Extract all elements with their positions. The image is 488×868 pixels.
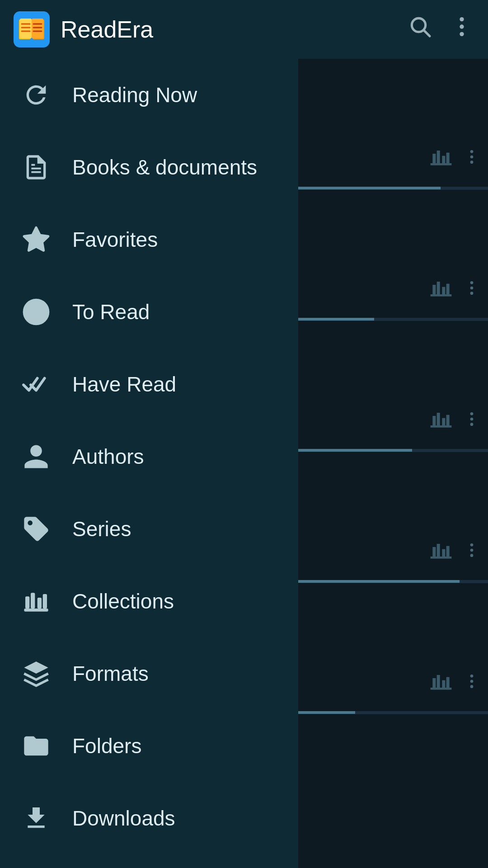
svg-point-47: [470, 554, 474, 557]
svg-rect-65: [43, 594, 47, 609]
nav-item-formats[interactable]: Formats: [0, 637, 298, 710]
person-icon: [18, 439, 54, 475]
topbar: ReadEra: [0, 0, 488, 59]
svg-rect-48: [431, 688, 452, 690]
more-icon[interactable]: [463, 279, 481, 299]
clock-icon: [18, 294, 54, 330]
svg-rect-50: [437, 675, 440, 688]
svg-point-55: [470, 685, 474, 688]
svg-rect-41: [432, 547, 436, 557]
nav-item-have-read[interactable]: Have Read: [0, 348, 298, 420]
nav-drawer: Reading Now Books & documents Favorites: [0, 59, 298, 868]
document-icon: [18, 149, 54, 185]
nav-label-have-read: Have Read: [72, 372, 176, 396]
svg-rect-44: [446, 546, 450, 557]
nav-item-to-read[interactable]: To Read: [0, 276, 298, 348]
svg-point-13: [460, 17, 464, 21]
svg-rect-17: [432, 154, 436, 163]
nav-label-authors: Authors: [72, 444, 144, 469]
svg-point-37: [470, 412, 474, 415]
svg-rect-4: [32, 19, 43, 38]
app-title: ReadEra: [61, 16, 408, 43]
double-check-icon: [18, 366, 54, 402]
svg-rect-27: [442, 287, 445, 294]
svg-point-21: [470, 150, 474, 153]
svg-rect-62: [25, 596, 29, 609]
svg-point-30: [470, 287, 474, 290]
svg-point-31: [470, 292, 474, 295]
svg-rect-20: [446, 153, 450, 163]
app-logo: [14, 11, 50, 47]
svg-line-12: [424, 30, 430, 36]
download-icon: [18, 800, 54, 836]
book-row: [298, 583, 488, 714]
nav-label-reading-now: Reading Now: [72, 83, 197, 107]
svg-point-29: [470, 281, 474, 284]
nav-label-series: Series: [72, 517, 131, 541]
folder-icon: [18, 728, 54, 764]
svg-point-38: [470, 418, 474, 421]
svg-rect-63: [31, 593, 35, 609]
tag-icon: [18, 511, 54, 547]
svg-point-14: [460, 24, 464, 28]
svg-rect-43: [442, 549, 445, 557]
book-row: [298, 190, 488, 321]
svg-rect-26: [437, 282, 440, 294]
svg-rect-28: [446, 284, 450, 294]
nav-label-books-documents: Books & documents: [72, 155, 257, 179]
svg-point-54: [470, 680, 474, 683]
svg-rect-25: [432, 285, 436, 294]
nav-label-collections: Collections: [72, 589, 174, 613]
shelf-icon[interactable]: [428, 406, 454, 434]
more-icon[interactable]: [463, 541, 481, 561]
layers-icon: [18, 656, 54, 692]
library-icon: [18, 583, 54, 619]
more-options-icon[interactable]: [449, 14, 474, 45]
svg-rect-33: [432, 416, 436, 425]
nav-item-favorites[interactable]: Favorites: [0, 203, 298, 276]
more-icon[interactable]: [463, 410, 481, 430]
svg-rect-35: [442, 418, 445, 425]
svg-rect-42: [437, 544, 440, 557]
shelf-icon[interactable]: [428, 275, 454, 302]
svg-marker-66: [24, 661, 48, 674]
nav-item-books-documents[interactable]: Books & documents: [0, 131, 298, 203]
svg-marker-59: [24, 227, 48, 250]
svg-rect-24: [431, 294, 452, 297]
nav-item-reading-now[interactable]: Reading Now: [0, 59, 298, 131]
nav-item-folders[interactable]: Folders: [0, 710, 298, 782]
search-icon[interactable]: [408, 14, 433, 45]
nav-label-downloads: Downloads: [72, 806, 175, 830]
book-row: [298, 452, 488, 583]
nav-item-series[interactable]: Series: [0, 493, 298, 565]
more-icon[interactable]: [463, 672, 481, 692]
shelf-icon[interactable]: [428, 669, 454, 696]
nav-item-collections[interactable]: Collections: [0, 565, 298, 637]
shelf-icon[interactable]: [428, 144, 454, 171]
svg-point-39: [470, 423, 474, 426]
nav-item-trash[interactable]: Trash: [0, 854, 298, 868]
svg-rect-51: [442, 680, 445, 688]
svg-rect-32: [431, 425, 452, 428]
right-panel: [298, 59, 488, 868]
svg-rect-49: [432, 678, 436, 688]
shelf-icon[interactable]: [428, 538, 454, 565]
svg-point-46: [470, 549, 474, 552]
svg-rect-19: [442, 156, 445, 163]
svg-rect-34: [437, 413, 440, 425]
svg-point-23: [470, 160, 474, 164]
svg-point-15: [460, 32, 464, 36]
more-icon[interactable]: [463, 148, 481, 168]
book-row: [298, 321, 488, 452]
nav-label-to-read: To Read: [72, 300, 150, 324]
svg-rect-36: [446, 415, 450, 425]
nav-item-downloads[interactable]: Downloads: [0, 782, 298, 854]
svg-rect-2: [20, 19, 32, 38]
svg-rect-52: [446, 677, 450, 688]
svg-rect-16: [431, 163, 452, 165]
refresh-icon: [18, 77, 54, 113]
svg-point-45: [470, 543, 474, 547]
nav-item-authors[interactable]: Authors: [0, 420, 298, 493]
nav-label-folders: Folders: [72, 734, 141, 758]
svg-rect-40: [431, 557, 452, 559]
